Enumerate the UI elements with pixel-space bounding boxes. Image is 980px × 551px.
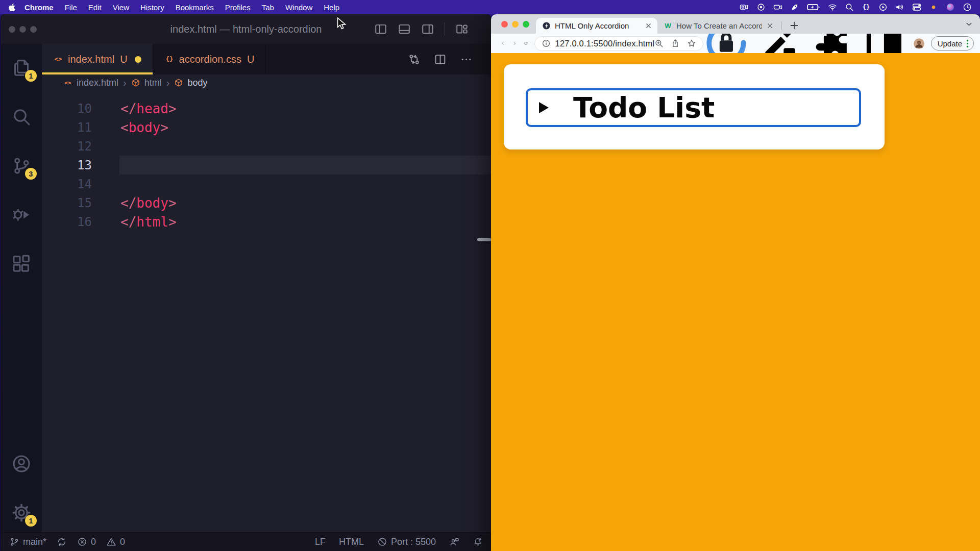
menubar-item-history[interactable]: History [135, 3, 170, 12]
reload-button[interactable] [524, 38, 528, 49]
address-bar[interactable]: 127.0.0.1:5500/index.html [534, 36, 704, 51]
profile-avatar[interactable] [914, 38, 924, 49]
activity-item-search[interactable] [10, 105, 33, 129]
git-status: U [120, 54, 127, 65]
close-window-button[interactable] [501, 21, 508, 28]
battery-icon[interactable] [807, 3, 820, 12]
menubar-item-chrome[interactable]: Chrome [19, 3, 59, 12]
activity-item-extensions[interactable] [10, 252, 33, 276]
zoom-window-button[interactable] [523, 21, 529, 28]
split-editor-icon[interactable] [434, 53, 447, 66]
tab-search-button[interactable] [965, 20, 973, 28]
chrome-tab[interactable]: HTML Only Accordion [536, 18, 657, 34]
chrome-window-controls[interactable] [501, 21, 529, 28]
rocket-icon[interactable] [790, 3, 799, 12]
menubar-item-view[interactable]: View [107, 3, 135, 12]
menubar-item-window[interactable]: Window [280, 3, 318, 12]
layout-panel-icon[interactable] [398, 22, 411, 36]
status-item-0[interactable]: 0 [106, 537, 125, 547]
site-favicon [542, 21, 551, 30]
minimize-window-button[interactable] [19, 26, 26, 33]
status-item-port-5500[interactable]: Port : 5500 [377, 537, 436, 547]
status-item[interactable] [473, 537, 483, 547]
siri-icon[interactable] [946, 3, 955, 12]
code-line[interactable]: 12 [42, 137, 491, 156]
activity-item-source-control[interactable]: 3 [10, 154, 33, 178]
zoom-in-icon[interactable] [654, 39, 664, 48]
code-line[interactable]: 16</html> [42, 212, 491, 231]
activity-item-run-debug[interactable] [10, 203, 33, 227]
new-tab-button[interactable] [789, 20, 800, 31]
code-editor[interactable]: 10</head>11<body>12131415</body>16</html… [42, 91, 491, 532]
volume-icon[interactable] [895, 3, 904, 12]
record-icon[interactable] [756, 3, 766, 12]
code-line[interactable]: 11<body> [42, 118, 491, 137]
code-line[interactable]: 13 [42, 156, 491, 174]
breadcrumb-item-index.html[interactable]: <>index.html [63, 78, 118, 88]
close-icon[interactable] [766, 22, 774, 30]
activity-item-settings-gear[interactable]: 1 [10, 501, 33, 524]
editor-tab-accordion.css[interactable]: {}accordion.cssU [153, 44, 266, 74]
search-icon[interactable] [845, 3, 854, 12]
status-item-main-[interactable]: main* [9, 537, 46, 547]
layout-custom-icon[interactable] [455, 22, 469, 36]
status-item[interactable] [449, 537, 459, 547]
menubar-item-help[interactable]: Help [318, 3, 345, 12]
control-center-icon[interactable] [912, 3, 921, 12]
activity-item-account[interactable] [10, 452, 33, 475]
menubar-item-profiles[interactable]: Profiles [219, 3, 256, 12]
back-button[interactable] [501, 38, 505, 49]
forward-button[interactable] [512, 38, 517, 49]
macos-menubar: ChromeFileEditViewHistoryBookmarksProfil… [0, 0, 980, 14]
wifi-icon[interactable] [828, 3, 837, 12]
breadcrumb-item-html[interactable]: html [131, 78, 162, 88]
run-debug-icon [11, 205, 32, 225]
status-item-0[interactable]: 0 [77, 537, 96, 547]
star-icon[interactable] [687, 39, 696, 48]
chrome-tab[interactable]: WHow To Create an Accordion [657, 18, 779, 34]
status-dot-icon[interactable] [929, 3, 938, 12]
close-icon[interactable] [645, 22, 652, 30]
menubar-item-file[interactable]: File [59, 3, 83, 12]
menubar-item-tab[interactable]: Tab [256, 3, 280, 12]
code-line[interactable]: 14 [42, 174, 491, 193]
more-actions-icon[interactable] [460, 53, 473, 66]
status-bar: main*00 LFHTMLPort : 5500 [1, 532, 491, 551]
layout-sidebar-left-icon[interactable] [374, 22, 387, 36]
vscode-window-controls[interactable] [1, 26, 37, 33]
activity-item-explorer[interactable]: 1 [10, 56, 33, 80]
code-line[interactable]: 10</head> [42, 99, 491, 118]
vscode-titlebar[interactable]: index.html — html-only-accordion [1, 14, 491, 44]
braces-icon[interactable]: {} [862, 3, 871, 12]
close-window-button[interactable] [9, 26, 15, 33]
menubar-item-bookmarks[interactable]: Bookmarks [170, 3, 219, 12]
line-content: </body> [92, 195, 177, 211]
status-item-html[interactable]: HTML [339, 537, 364, 547]
video-camera-icon[interactable] [740, 3, 749, 12]
clock-icon[interactable] [963, 3, 972, 12]
disclosure-triangle-icon [539, 102, 549, 113]
chevron-right-icon: › [123, 78, 127, 88]
status-item-lf[interactable]: LF [315, 537, 326, 547]
resize-handle[interactable] [477, 238, 491, 241]
modified-dot-icon[interactable] [135, 56, 141, 63]
menubar-item-edit[interactable]: Edit [83, 3, 107, 12]
w3schools-favicon: W [664, 21, 672, 30]
code-line[interactable]: 15</body> [42, 193, 491, 212]
play-circle-icon[interactable] [878, 3, 888, 12]
status-item[interactable] [57, 537, 67, 547]
camera-icon[interactable] [773, 3, 782, 12]
compare-changes-icon[interactable] [408, 53, 421, 66]
apple-menu-icon[interactable] [8, 3, 16, 12]
accordion-summary[interactable]: Todo List [526, 88, 861, 127]
editor-tab-index.html[interactable]: <>index.htmlU [42, 44, 153, 74]
line-number: 16 [42, 215, 92, 229]
zoom-window-button[interactable] [30, 26, 37, 33]
minimize-window-button[interactable] [512, 21, 519, 28]
share-icon[interactable] [671, 39, 680, 48]
layout-sidebar-right-icon[interactable] [421, 22, 434, 36]
url-text[interactable]: 127.0.0.1:5500/index.html [555, 39, 655, 48]
breadcrumb-item-body[interactable]: body [174, 78, 207, 88]
site-info-icon[interactable] [542, 39, 551, 48]
update-button[interactable]: Update [931, 36, 974, 51]
